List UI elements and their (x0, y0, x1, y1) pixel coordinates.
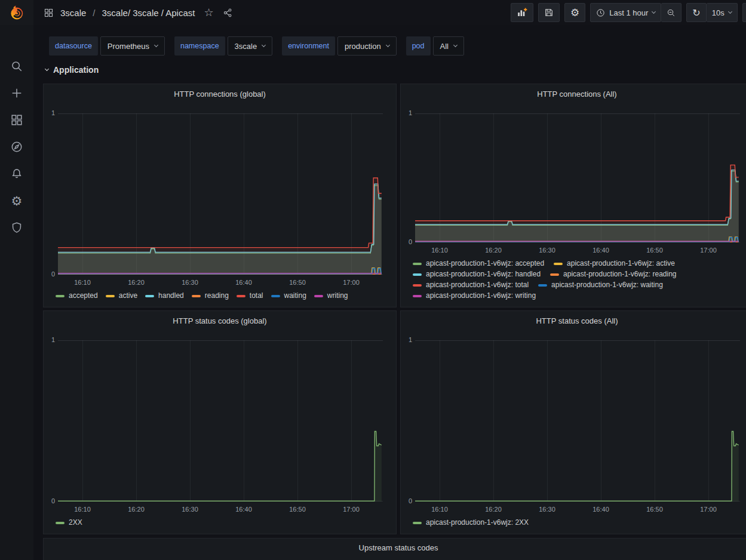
legend-item[interactable]: accepted (56, 291, 98, 300)
filter-value-text: Prometheus (108, 42, 149, 51)
y-axis-min-label: 0 (45, 270, 55, 278)
legend-label: apicast-production-1-v6wjz: active (567, 259, 675, 268)
breadcrumb-dashboard-title[interactable]: 3scale/ 3scale / Apicast (102, 8, 195, 18)
time-range-picker[interactable]: Last 1 hour (590, 3, 661, 22)
chart-svg (415, 113, 740, 242)
save-icon (544, 8, 554, 17)
sidebar-menu: ⚙ (9, 59, 24, 235)
cycle-view-mode-button[interactable] (742, 3, 746, 22)
row-application[interactable]: Application (45, 65, 99, 75)
legend-item[interactable]: apicast-production-1-v6wjz: accepted (413, 259, 544, 268)
x-tick-label: 16:40 (588, 506, 614, 513)
legend-label: apicast-production-1-v6wjz: total (426, 281, 529, 290)
apps-grid-icon[interactable] (44, 8, 54, 18)
panel-title[interactable]: HTTP connections (global) (44, 90, 396, 99)
legend-label: total (250, 291, 263, 300)
dashboard-settings-button[interactable]: ⚙ (564, 3, 585, 22)
refresh-icon: ↻ (692, 7, 700, 19)
plus-icon (10, 87, 23, 100)
template-variables-bar: datasource Prometheus namespace 3scale e… (49, 36, 464, 56)
grafana-logo[interactable] (0, 0, 33, 25)
legend-color-marker (192, 295, 201, 297)
left-sidebar: ⚙ (0, 0, 33, 560)
legend-color-marker (554, 263, 563, 265)
legend-item[interactable]: active (106, 291, 137, 300)
legend-item[interactable]: apicast-production-1-v6wjz: reading (550, 270, 676, 279)
sidebar-item-search[interactable] (9, 59, 24, 74)
x-tick-label: 16:40 (231, 506, 257, 513)
chart-plot-area[interactable] (58, 113, 383, 275)
add-panel-button[interactable] (511, 3, 533, 22)
legend-item[interactable]: apicast-production-1-v6wjz: 2XX (413, 518, 529, 527)
legend-item[interactable]: apicast-production-1-v6wjz: total (413, 281, 529, 290)
legend-item[interactable]: apicast-production-1-v6wjz: handled (413, 270, 541, 279)
panel-title[interactable]: HTTP connections (All) (401, 90, 746, 99)
refresh-interval-picker[interactable]: 10s (707, 3, 738, 22)
filter-label[interactable]: pod (406, 36, 431, 56)
refresh-group: ↻ 10s (686, 3, 737, 22)
legend-label: apicast-production-1-v6wjz: reading (563, 270, 676, 279)
sidebar-item-explore[interactable] (9, 139, 24, 155)
legend-item[interactable]: total (237, 291, 263, 300)
filter-value-dropdown[interactable]: Prometheus (100, 36, 165, 56)
x-axis-labels: 16:1016:2016:3016:4016:5017:00 (58, 506, 383, 514)
x-tick-label: 16:30 (534, 247, 560, 254)
dashboard-toolbar: ⚙ Last 1 hour ↻ 10s (511, 3, 746, 22)
x-tick-label: 16:10 (69, 279, 96, 286)
search-icon (10, 60, 23, 73)
filter-label[interactable]: namespace (174, 36, 225, 56)
chart-legend: acceptedactivehandledreadingtotalwaiting… (56, 291, 348, 300)
sidebar-item-alerting[interactable] (9, 166, 24, 181)
x-axis-labels: 16:1016:2016:3016:4016:5017:00 (415, 506, 740, 514)
chart-plot-area[interactable] (415, 113, 740, 242)
legend-color-marker (237, 295, 245, 297)
legend-item[interactable]: writing (314, 291, 348, 300)
x-tick-label: 16:30 (534, 506, 560, 513)
top-navbar: 3scale / 3scale/ 3scale / Apicast ☆ (33, 0, 746, 25)
breadcrumb-folder[interactable]: 3scale (60, 8, 86, 18)
legend-item[interactable]: apicast-production-1-v6wjz: waiting (538, 281, 663, 290)
legend-item[interactable]: waiting (271, 291, 306, 300)
filter-value-dropdown[interactable]: All (433, 36, 464, 56)
filter-label[interactable]: environment (282, 36, 335, 56)
legend-item[interactable]: reading (192, 291, 229, 300)
share-icon[interactable] (223, 8, 233, 18)
filter-value-dropdown[interactable]: 3scale (228, 36, 273, 56)
chart-plot-area[interactable] (58, 340, 383, 501)
sidebar-item-configuration[interactable]: ⚙ (9, 193, 24, 208)
legend-color-marker (538, 284, 547, 287)
sidebar-item-create[interactable] (9, 85, 24, 101)
legend-item[interactable]: apicast-production-1-v6wjz: writing (413, 291, 536, 300)
x-tick-label: 17:00 (338, 506, 364, 513)
filter-value-dropdown[interactable]: production (337, 36, 397, 56)
legend-item[interactable]: 2XX (56, 518, 82, 527)
x-tick-label: 16:10 (426, 506, 453, 513)
legend-color-marker (413, 522, 422, 524)
save-dashboard-button[interactable] (538, 3, 560, 22)
legend-label: accepted (69, 291, 98, 300)
panel-title[interactable]: HTTP status codes (All) (401, 316, 746, 325)
legend-item[interactable]: handled (145, 291, 184, 300)
sidebar-item-server-admin[interactable] (9, 220, 24, 235)
x-tick-label: 16:30 (177, 279, 203, 286)
filter-value-text: All (440, 42, 449, 51)
x-axis-labels: 16:1016:2016:3016:4016:5017:00 (415, 247, 740, 255)
sidebar-item-dashboards[interactable] (9, 112, 24, 128)
legend-label: waiting (284, 291, 306, 300)
chart-plot-area[interactable] (415, 340, 740, 501)
x-tick-label: 16:20 (480, 247, 506, 254)
legend-item[interactable]: apicast-production-1-v6wjz: active (554, 259, 675, 268)
row-panel-upstream-status-codes[interactable]: Upstream status codes (43, 538, 746, 560)
x-tick-label: 17:00 (695, 247, 722, 254)
panel-title[interactable]: Upstream status codes (44, 543, 746, 552)
star-icon[interactable]: ☆ (204, 6, 213, 19)
chart-panel: HTTP status codes (All) 1 0 16:1016:2016… (400, 310, 746, 534)
zoom-out-time-button[interactable] (661, 3, 681, 22)
chart-svg (58, 340, 383, 501)
legend-label: handled (158, 291, 184, 300)
refresh-button[interactable]: ↻ (686, 3, 706, 22)
panel-title[interactable]: HTTP status codes (global) (44, 316, 396, 325)
legend-color-marker (106, 295, 115, 297)
series-line-2XX (415, 432, 739, 501)
filter-label[interactable]: datasource (49, 36, 98, 56)
